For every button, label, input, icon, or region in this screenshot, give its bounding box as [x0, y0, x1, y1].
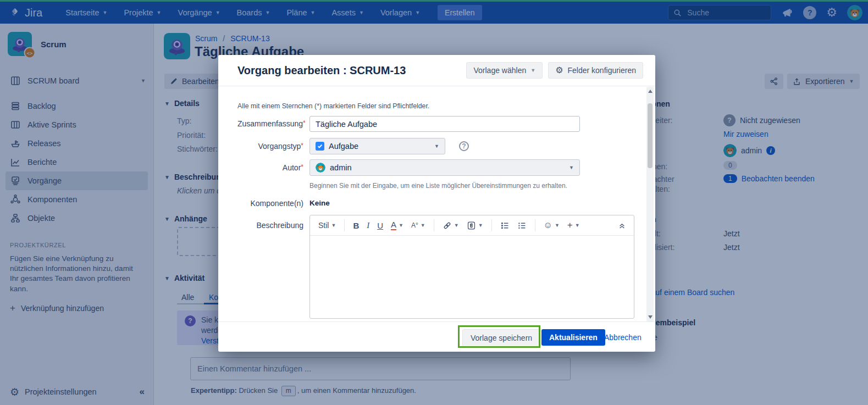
description-field-label: Beschreibung — [237, 221, 303, 230]
author-field-label: Autor* — [237, 163, 303, 172]
description-textarea[interactable] — [310, 236, 634, 318]
style-dropdown[interactable]: Stil▼ — [316, 219, 339, 231]
configure-fields-button[interactable]: ⚙ Felder konfigurieren — [548, 62, 643, 79]
bold-icon[interactable]: B — [350, 219, 362, 232]
admin-avatar — [316, 163, 325, 173]
link-icon[interactable]: ▼ — [440, 219, 462, 232]
dialog-title: Vorgang bearbeiten : SCRUM-13 — [237, 64, 406, 77]
dialog-scrollbar[interactable] — [646, 87, 654, 321]
edit-issue-dialog: Vorgang bearbeiten : SCRUM-13 Vorlage wä… — [218, 55, 655, 352]
text-format-icon[interactable]: A°▼ — [408, 220, 428, 231]
cancel-button[interactable]: Abbrechen — [604, 333, 642, 342]
scroll-down-arrow[interactable] — [648, 315, 653, 319]
task-type-icon — [316, 142, 324, 151]
issuetype-help-icon[interactable]: ? — [459, 141, 469, 151]
editor-toolbar: Stil▼ B I U A▼ A°▼ ▼ ▼ — [310, 215, 634, 236]
required-marker: * — [303, 119, 306, 127]
required-marker: * — [301, 142, 303, 149]
chevron-down-icon: ▼ — [399, 223, 403, 228]
summary-label: Zusammenfassung* — [237, 119, 303, 128]
gear-icon: ⚙ — [555, 66, 563, 75]
choose-template-button[interactable]: Vorlage wählen ▼ — [466, 62, 543, 79]
chevron-down-icon: ▼ — [555, 223, 560, 228]
collapse-toolbar-icon[interactable] — [616, 220, 628, 231]
dialog-footer: Vorlage speichern Aktualisieren Abbreche… — [218, 321, 655, 352]
author-select[interactable]: admin ▼ — [309, 159, 580, 176]
scrollbar-thumb[interactable] — [648, 103, 653, 168]
annotation-highlight-box — [458, 325, 540, 348]
emoji-icon[interactable]: ☺▼ — [541, 219, 562, 232]
chevron-down-icon: ▼ — [569, 165, 574, 170]
summary-input[interactable] — [309, 116, 580, 132]
components-label: Komponente(n) — [237, 199, 303, 208]
italic-icon[interactable]: I — [364, 219, 372, 232]
insert-more-icon[interactable]: +▼ — [565, 218, 583, 232]
underline-icon[interactable]: U — [374, 219, 386, 232]
issuetype-select[interactable]: Aufgabe ▼ — [309, 138, 445, 154]
text-color-icon[interactable]: A▼ — [388, 219, 406, 232]
numbered-list-icon[interactable] — [515, 219, 529, 232]
chevron-down-icon: ▼ — [421, 223, 425, 228]
required-marker: * — [301, 163, 303, 171]
chevron-down-icon: ▼ — [478, 223, 483, 228]
dialog-header: Vorgang bearbeiten : SCRUM-13 Vorlage wä… — [218, 55, 655, 86]
chevron-down-icon: ▼ — [434, 144, 439, 149]
chevron-down-icon: ▼ — [530, 68, 535, 73]
chevron-down-icon: ▼ — [575, 223, 580, 228]
bullet-list-icon[interactable] — [497, 219, 512, 232]
update-button[interactable]: Aktualisieren — [541, 329, 605, 346]
app-root: Jira Startseite▼ Projekte▼ Vorgänge▼ Boa… — [0, 0, 868, 405]
author-hint: Beginnen Sie mit der Eingabe, um eine Li… — [309, 182, 567, 190]
attachment-icon[interactable]: ▼ — [464, 219, 486, 232]
chevron-down-icon: ▼ — [454, 223, 459, 228]
scroll-up-arrow[interactable] — [648, 90, 653, 93]
components-value: Keine — [309, 199, 330, 207]
chevron-down-icon: ▼ — [331, 223, 336, 228]
description-editor[interactable]: Stil▼ B I U A▼ A°▼ ▼ ▼ — [309, 215, 634, 319]
required-fields-note: Alle mit einem Sternchen (*) markierten … — [237, 102, 429, 110]
issuetype-label: Vorgangstyp* — [237, 142, 303, 151]
